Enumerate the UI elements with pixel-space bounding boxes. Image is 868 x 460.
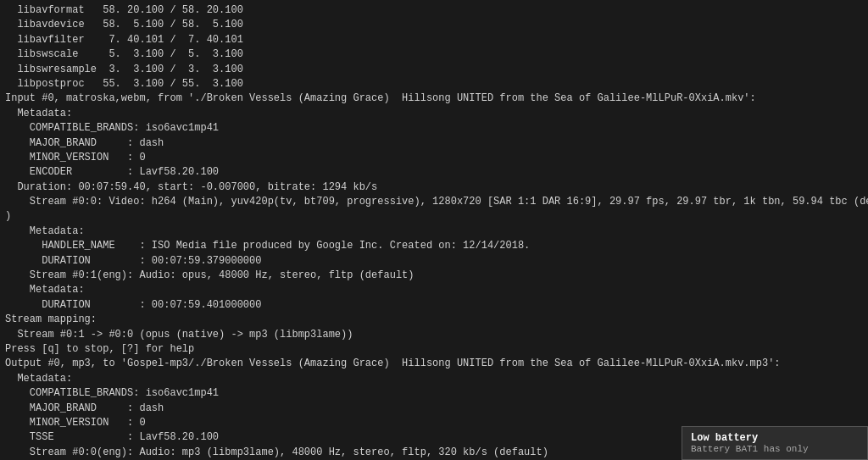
terminal-line: Stream #0:0: Video: h264 (Main), yuv420p… (5, 195, 863, 209)
terminal: libavformat 58. 20.100 / 58. 20.100 liba… (0, 0, 868, 460)
terminal-line: Stream #0:1 -> #0:0 (opus (native) -> mp… (5, 328, 863, 342)
terminal-line: Metadata: (5, 372, 863, 386)
terminal-line: Output #0, mp3, to 'Gospel-mp3/./Broken … (5, 357, 863, 371)
terminal-line: MAJOR_BRAND : dash (5, 402, 863, 416)
terminal-line: libswresample 3. 3.100 / 3. 3.100 (5, 63, 863, 77)
terminal-line: ) (5, 209, 863, 224)
terminal-line: MINOR_VERSION : 0 (5, 151, 863, 165)
terminal-line: Metadata: (5, 224, 863, 239)
terminal-line: libavdevice 58. 5.100 / 58. 5.100 (5, 18, 863, 32)
terminal-line: DURATION : 00:07:59.401000000 (5, 298, 863, 313)
terminal-line: COMPATIBLE_BRANDS: iso6avc1mp41 (5, 386, 863, 401)
terminal-line: libavfilter 7. 40.101 / 7. 40.101 (5, 33, 863, 47)
terminal-line: DURATION : 00:07:59.379000000 (5, 254, 863, 269)
terminal-line: libavformat 58. 20.100 / 58. 20.100 (5, 3, 863, 18)
terminal-line: COMPATIBLE_BRANDS: iso6avc1mp41 (5, 121, 863, 136)
terminal-line: Metadata: (5, 107, 863, 121)
terminal-line: libpostproc 55. 3.100 / 55. 3.100 (5, 77, 863, 91)
terminal-line: ENCODER : Lavf58.20.100 (5, 165, 863, 180)
terminal-line: Stream #0:1(eng): Audio: opus, 48000 Hz,… (5, 269, 863, 283)
notification-box[interactable]: Low battery Battery BAT1 has only (682, 426, 868, 460)
terminal-line: Stream mapping: (5, 313, 863, 327)
notification-title: Low battery (691, 432, 859, 444)
terminal-line: libswscale 5. 3.100 / 5. 3.100 (5, 47, 863, 62)
terminal-line: Input #0, matroska,webm, from './Broken … (5, 91, 863, 106)
terminal-line: Duration: 00:07:59.40, start: -0.007000,… (5, 180, 863, 195)
terminal-line: MAJOR_BRAND : dash (5, 136, 863, 151)
terminal-line: Press [q] to stop, [?] for help (5, 342, 863, 357)
notification-body: Battery BAT1 has only (691, 444, 859, 454)
terminal-line: Metadata: (5, 283, 863, 297)
terminal-line: HANDLER_NAME : ISO Media file produced b… (5, 239, 863, 253)
